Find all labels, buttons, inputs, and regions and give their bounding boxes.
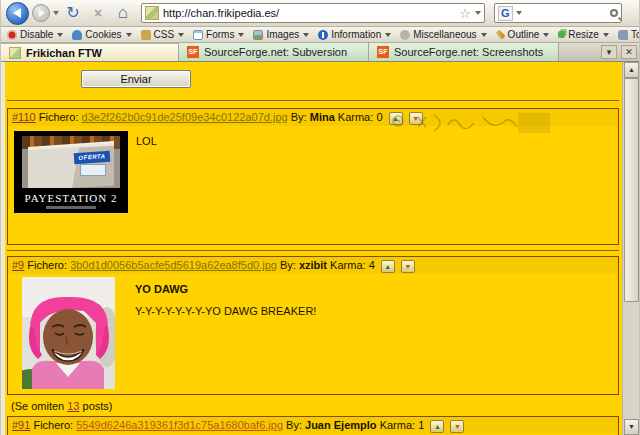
devbar-forms[interactable]: Forms bbox=[193, 29, 244, 40]
post-header: #91 Fichero: 5549d6246a319361f3d1c75a168… bbox=[8, 417, 618, 434]
tab-sourceforge-screenshots[interactable]: SF SourceForge.net: Screenshots bbox=[369, 43, 559, 61]
site-favicon bbox=[145, 6, 159, 20]
devbar-disable[interactable]: Disable bbox=[7, 29, 63, 40]
poster-caption: PAYESTATION 2 bbox=[14, 192, 128, 204]
post-file-link[interactable]: 5549d6246a319361f3d1c75a1680baf6.jpg bbox=[76, 419, 283, 431]
devbar-resize[interactable]: Resize bbox=[558, 29, 609, 40]
search-box[interactable]: G bbox=[494, 3, 622, 23]
price-tag bbox=[80, 164, 106, 176]
enviar-button[interactable]: Enviar bbox=[81, 70, 191, 88]
post-file-link[interactable]: d3e2f262b0c91de25f09e34c0122a07d.jpg bbox=[82, 111, 288, 123]
web-developer-toolbar: Disable Cookies CSS Forms Images Informa… bbox=[1, 27, 640, 43]
omitted-posts-link[interactable]: 13 bbox=[67, 400, 79, 412]
vertical-scrollbar[interactable]: ▲ ▼ bbox=[622, 62, 639, 435]
post-id-link[interactable]: #110 bbox=[12, 111, 36, 123]
post-author: Juan Ejemplo bbox=[305, 419, 377, 431]
karma-up-button[interactable]: ▲ bbox=[430, 420, 444, 433]
devbar-images[interactable]: Images bbox=[253, 29, 309, 40]
forward-icon[interactable] bbox=[32, 4, 50, 22]
scroll-down-icon[interactable]: ▼ bbox=[624, 419, 639, 435]
devbar-cookies[interactable]: Cookies bbox=[72, 29, 131, 40]
browser-window: ↻ × ⌂ ☆ G Disable Cookies CSS Forms Imag… bbox=[0, 0, 640, 435]
resize-icon bbox=[558, 31, 565, 38]
post-author: xzibit bbox=[299, 259, 327, 271]
address-bar[interactable]: ☆ bbox=[141, 3, 485, 23]
search-icon[interactable] bbox=[610, 9, 618, 17]
forms-icon bbox=[193, 30, 203, 40]
stop-icon[interactable]: × bbox=[87, 2, 109, 24]
post-110: #110 Fichero: d3e2f262b0c91de25f09e34c01… bbox=[7, 108, 619, 245]
images-icon bbox=[253, 30, 263, 40]
devbar-information[interactable]: Information bbox=[318, 29, 391, 40]
search-engine-icon[interactable]: G bbox=[498, 6, 513, 21]
refresh-icon[interactable]: ↻ bbox=[62, 2, 84, 24]
devbar-css[interactable]: CSS bbox=[141, 29, 185, 40]
list-all-tabs-icon[interactable]: ▾ bbox=[601, 45, 617, 59]
post-image-yodawg[interactable] bbox=[22, 277, 115, 389]
graffiti-doodle bbox=[388, 111, 558, 137]
sourceforge-favicon: SF bbox=[187, 46, 199, 58]
post-id-link[interactable]: #91 bbox=[12, 419, 30, 431]
karma-down-button[interactable]: ▼ bbox=[450, 420, 464, 433]
scrollbar-thumb[interactable] bbox=[624, 78, 639, 302]
home-icon[interactable]: ⌂ bbox=[112, 2, 134, 24]
post-id-link[interactable]: #9 bbox=[12, 259, 24, 271]
miscellaneous-icon bbox=[400, 30, 410, 40]
karma-up-button[interactable]: ▲ bbox=[381, 260, 395, 273]
sourceforge-favicon: SF bbox=[377, 46, 389, 58]
tab-frikichan[interactable]: Frikichan FTW bbox=[1, 43, 179, 61]
tab-strip: Frikichan FTW SF SourceForge.net: Subver… bbox=[1, 43, 640, 62]
frikichan-favicon bbox=[9, 47, 21, 59]
karma-down-button[interactable]: ▼ bbox=[401, 260, 415, 273]
post-comment: LOL bbox=[136, 135, 157, 147]
navigation-toolbar: ↻ × ⌂ ☆ G bbox=[1, 0, 640, 27]
post-comment-title: YO DAWG bbox=[135, 283, 188, 295]
tab-sourceforge-subversion[interactable]: SF SourceForge.net: Subversion bbox=[179, 43, 369, 61]
history-dropdown-icon[interactable] bbox=[53, 11, 59, 15]
css-icon bbox=[141, 30, 151, 40]
bookmark-star-icon[interactable]: ☆ bbox=[459, 6, 471, 21]
devbar-tools[interactable]: Tools bbox=[618, 29, 640, 40]
devbar-miscellaneous[interactable]: Miscellaneous bbox=[400, 29, 486, 40]
post-comment: Y-Y-Y-Y-Y-Y-Y-YO DAWG BREAKER! bbox=[135, 305, 316, 317]
scroll-up-icon[interactable]: ▲ bbox=[624, 62, 639, 78]
url-input[interactable] bbox=[163, 7, 455, 19]
poster-subtitle bbox=[46, 206, 96, 209]
tools-icon bbox=[618, 30, 628, 40]
post-91: #91 Fichero: 5549d6246a319361f3d1c75a168… bbox=[7, 416, 619, 435]
post-image-payestation[interactable]: OFERTA PAYESTATION 2 bbox=[14, 131, 128, 213]
divider bbox=[7, 250, 619, 251]
urlbar-dropdown-icon[interactable] bbox=[475, 11, 481, 15]
back-icon[interactable] bbox=[6, 2, 29, 25]
karma-value: 1 bbox=[418, 419, 424, 431]
karma-value: 4 bbox=[369, 259, 375, 271]
search-engine-dropdown-icon[interactable] bbox=[516, 11, 522, 15]
omitted-posts-note: (Se omiten 13 posts) bbox=[11, 400, 113, 412]
post-file-link[interactable]: 3b0d1d0056b5acfe5d5619a62ea8f5d0.jpg bbox=[70, 259, 277, 271]
information-icon bbox=[318, 30, 328, 40]
outline-icon bbox=[495, 30, 505, 40]
post-author: Mina bbox=[310, 111, 335, 123]
karma-value: 0 bbox=[376, 111, 382, 123]
page-content: Enviar #110 Fichero: d3e2f262b0c91de25f0… bbox=[5, 62, 623, 435]
close-tab-icon[interactable]: ✕ bbox=[621, 45, 637, 59]
disable-icon bbox=[7, 30, 17, 40]
post-9: #9 Fichero: 3b0d1d0056b5acfe5d5619a62ea8… bbox=[7, 256, 619, 395]
post-header: #9 Fichero: 3b0d1d0056b5acfe5d5619a62ea8… bbox=[8, 257, 618, 274]
cookies-icon bbox=[72, 30, 82, 40]
devbar-outline[interactable]: Outline bbox=[496, 29, 550, 40]
search-input[interactable] bbox=[525, 7, 607, 19]
divider bbox=[7, 100, 619, 101]
